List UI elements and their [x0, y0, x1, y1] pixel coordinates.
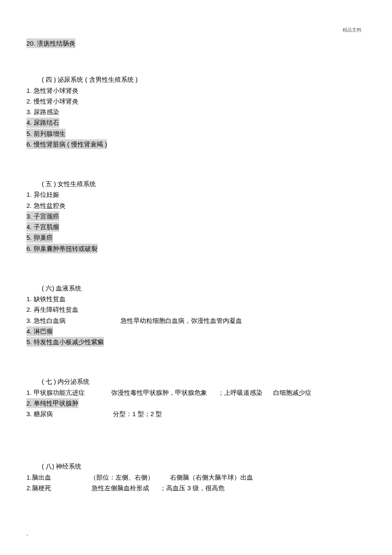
- list-item: 1. 异位妊娠: [26, 190, 366, 199]
- section: ( 八) 神经系统1.脑出血 （部位：左侧、右侧） 右侧脑（右侧大脑半球）出血2…: [26, 461, 366, 493]
- list-item: 2. 再生障碍性贫血: [26, 305, 366, 314]
- list-item: 3. 糖尿病 分型：1 型；2 型: [26, 409, 366, 419]
- item-text: 2. 单纯性甲状腺肿: [26, 398, 78, 408]
- item-text: 4. 子宫肌瘤: [26, 222, 59, 232]
- list-item: 3. 子宫颈癌: [26, 211, 366, 221]
- item-text: 2. 急性盆腔炎: [26, 201, 66, 210]
- section-title: ( 六) 血液系统: [42, 283, 366, 293]
- item-extra: 急性左侧脑血栓形成 ；高血压 3 级，很高危: [51, 483, 225, 493]
- item-text: 3. 糖尿病: [26, 409, 53, 419]
- header-note: 精品文档: [343, 26, 361, 33]
- item-extra: （部位：左侧、右侧） 右侧脑（右侧大脑半球）出血: [51, 472, 253, 482]
- item-text: 2.脑梗死: [26, 483, 51, 493]
- footer-dot: .: [26, 528, 28, 538]
- item-text: 1. 甲状腺功能亢进症: [26, 388, 85, 397]
- item-extra: 急性早幼粒细胞白血病，弥漫性血管内凝血: [66, 316, 242, 325]
- item-text: 2. 慢性肾小球肾炎: [26, 96, 78, 106]
- top-item: 20. 溃疡性结肠炎: [26, 38, 75, 48]
- item-text: 2. 再生障碍性贫血: [26, 305, 78, 314]
- section: ( 四 ) 泌尿系统 ( 含男性生殖系统 )1. 急性肾小球肾炎2. 慢性肾小球…: [26, 75, 366, 149]
- item-text: 5. 前列腺增生: [26, 129, 66, 138]
- top-item-line: 20. 溃疡性结肠炎: [26, 38, 366, 48]
- section: ( 五 ) 女性生殖系统1. 异位妊娠2. 急性盆腔炎3. 子宫颈癌4. 子宫肌…: [26, 179, 366, 253]
- list-item: 5. 卵巢癌: [26, 233, 366, 242]
- item-text: 1. 异位妊娠: [26, 190, 59, 199]
- item-extra: 分型：1 型；2 型: [53, 409, 162, 419]
- item-text: 1.脑出血: [26, 472, 51, 482]
- list-item: 4. 淋巴瘤: [26, 326, 366, 336]
- list-item: 1. 急性肾小球肾炎: [26, 86, 366, 95]
- item-text: 4. 尿路结石: [26, 118, 59, 127]
- item-text: 6. 卵巢囊肿蒂扭转或破裂: [26, 244, 98, 253]
- item-extra: 弥漫性毒性甲状腺肿，甲状腺危象 ；上呼吸道感染 白细胞减少症: [85, 388, 312, 397]
- section-title: ( 七 ) 内分泌系统: [42, 377, 366, 386]
- list-item: 2. 急性盆腔炎: [26, 201, 366, 210]
- section-title: ( 八) 神经系统: [42, 461, 366, 471]
- section-title: ( 五 ) 女性生殖系统: [42, 179, 366, 189]
- list-item: 3. 急性白血病 急性早幼粒细胞白血病，弥漫性血管内凝血: [26, 316, 366, 325]
- list-item: 6. 慢性肾脏病 ( 慢性肾衰竭 ): [26, 139, 366, 149]
- list-item: 2.脑梗死 急性左侧脑血栓形成 ；高血压 3 级，很高危: [26, 483, 366, 493]
- list-item: 1. 缺铁性贫血: [26, 294, 366, 304]
- item-text: 1. 缺铁性贫血: [26, 294, 66, 304]
- list-item: 5. 特发性血小板减少性紫癜: [26, 337, 366, 347]
- item-text: 3. 急性白血病: [26, 316, 66, 325]
- list-item: 4. 子宫肌瘤: [26, 222, 366, 232]
- section: ( 六) 血液系统1. 缺铁性贫血2. 再生障碍性贫血3. 急性白血病 急性早幼…: [26, 283, 366, 347]
- item-text: 4. 淋巴瘤: [26, 326, 53, 336]
- list-item: 4. 尿路结石: [26, 118, 366, 127]
- list-item: 3. 尿路感染: [26, 107, 366, 117]
- list-item: 2. 单纯性甲状腺肿: [26, 398, 366, 408]
- list-item: 1. 甲状腺功能亢进症 弥漫性毒性甲状腺肿，甲状腺危象 ；上呼吸道感染 白细胞减…: [26, 388, 366, 397]
- item-text: 3. 尿路感染: [26, 107, 59, 117]
- list-item: 6. 卵巢囊肿蒂扭转或破裂: [26, 244, 366, 253]
- item-text: 1. 急性肾小球肾炎: [26, 86, 78, 95]
- item-text: 5. 卵巢癌: [26, 233, 53, 242]
- list-item: 2. 慢性肾小球肾炎: [26, 96, 366, 106]
- section: ( 七 ) 内分泌系统1. 甲状腺功能亢进症 弥漫性毒性甲状腺肿，甲状腺危象 ；…: [26, 377, 366, 419]
- list-item: 1.脑出血 （部位：左侧、右侧） 右侧脑（右侧大脑半球）出血: [26, 472, 366, 482]
- section-title: ( 四 ) 泌尿系统 ( 含男性生殖系统 ): [42, 75, 366, 84]
- item-text: 5. 特发性血小板减少性紫癜: [26, 337, 104, 347]
- item-text: 3. 子宫颈癌: [26, 211, 59, 221]
- sections-container: ( 四 ) 泌尿系统 ( 含男性生殖系统 )1. 急性肾小球肾炎2. 慢性肾小球…: [26, 75, 366, 493]
- list-item: 5. 前列腺增生: [26, 129, 366, 138]
- item-text: 6. 慢性肾脏病 ( 慢性肾衰竭 ): [26, 139, 107, 149]
